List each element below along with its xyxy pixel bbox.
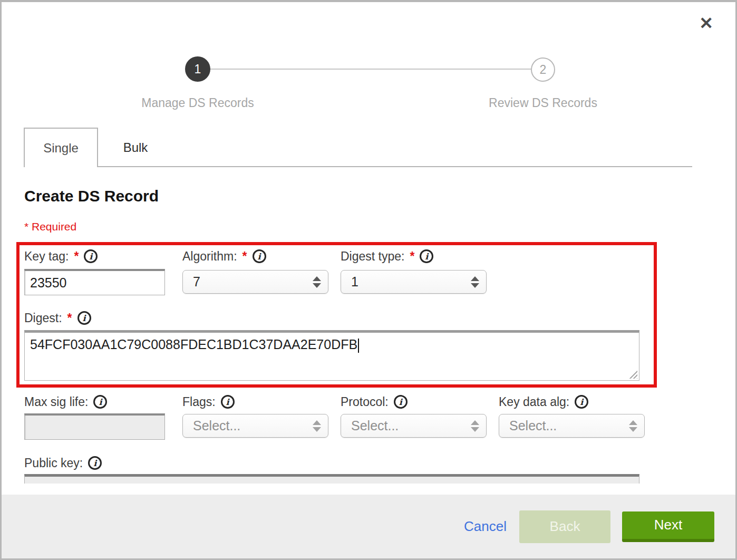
stepper-connector-line	[198, 69, 543, 70]
digest-type-select[interactable]: 1	[341, 270, 487, 294]
close-icon[interactable]: ✕	[699, 15, 713, 32]
text-caret	[358, 339, 359, 353]
flags-value: Select...	[193, 418, 240, 433]
info-icon[interactable]: i	[221, 395, 235, 409]
step-2-circle: 2	[531, 57, 555, 82]
tab-single[interactable]: Single	[24, 128, 98, 167]
key-data-alg-label-text: Key data alg:	[499, 395, 569, 409]
key-data-alg-label: Key data alg: i	[499, 393, 588, 410]
resize-handle-icon[interactable]	[628, 370, 637, 379]
flags-label-text: Flags:	[182, 395, 216, 409]
key-tag-label-text: Key tag:	[24, 249, 69, 264]
page-title: Create DS Record	[24, 187, 159, 205]
cancel-button[interactable]: Cancel	[464, 518, 507, 535]
info-icon[interactable]: i	[253, 249, 266, 263]
digest-label: Digest: * i	[24, 310, 91, 326]
required-asterisk: *	[74, 249, 79, 264]
flags-select[interactable]: Select...	[182, 414, 328, 438]
tab-bulk[interactable]: Bulk	[98, 128, 173, 167]
required-asterisk: *	[243, 249, 247, 264]
info-icon[interactable]: i	[77, 311, 91, 325]
protocol-value: Select...	[351, 418, 399, 433]
step-1-label: Manage DS Records	[103, 96, 293, 110]
tab-bulk-label: Bulk	[123, 140, 148, 155]
protocol-label-text: Protocol:	[341, 395, 389, 409]
digest-label-text: Digest:	[24, 311, 62, 325]
create-ds-record-modal: ✕ 1 2 Manage DS Records Review DS Record…	[0, 0, 737, 560]
next-button-label: Next	[654, 517, 682, 533]
max-sig-life-label: Max sig life: i	[24, 393, 107, 410]
digest-type-label: Digest type: * i	[341, 248, 433, 265]
digest-value: 54FCF030AA1C79C0088FDEC1BD1C37DAA2E70DFB	[30, 337, 357, 352]
select-stepper-icon	[629, 420, 637, 432]
key-tag-input[interactable]: 23550	[24, 269, 165, 295]
protocol-label: Protocol: i	[341, 393, 408, 410]
key-data-alg-value: Select...	[509, 418, 557, 433]
key-tag-value: 23550	[30, 275, 67, 291]
algorithm-value: 7	[193, 274, 200, 289]
step-2-label: Review DS Records	[448, 96, 638, 110]
select-stepper-icon	[313, 420, 321, 432]
step-2-number: 2	[540, 63, 547, 77]
public-key-textarea[interactable]	[24, 474, 639, 484]
required-note: * Required	[24, 220, 76, 233]
info-icon[interactable]: i	[88, 456, 102, 470]
back-button[interactable]: Back	[519, 510, 610, 543]
back-button-label: Back	[550, 518, 580, 535]
step-1-number: 1	[195, 62, 201, 76]
key-tag-label: Key tag: * i	[24, 248, 98, 265]
public-key-label: Public key: i	[24, 455, 102, 471]
required-asterisk: *	[67, 311, 72, 325]
step-1-circle: 1	[185, 56, 210, 82]
modal-footer: Cancel Back Next	[2, 495, 735, 558]
digest-type-label-text: Digest type:	[341, 249, 404, 264]
required-asterisk: *	[410, 249, 414, 264]
max-sig-life-input[interactable]	[24, 413, 165, 440]
select-stepper-icon	[471, 420, 479, 432]
algorithm-label-text: Algorithm:	[182, 249, 237, 264]
tab-single-label: Single	[43, 141, 79, 156]
digest-textarea[interactable]: 54FCF030AA1C79C0088FDEC1BD1C37DAA2E70DFB	[24, 330, 639, 381]
info-icon[interactable]: i	[93, 395, 107, 409]
info-icon[interactable]: i	[575, 395, 588, 409]
next-button[interactable]: Next	[622, 511, 714, 542]
algorithm-label: Algorithm: * i	[182, 248, 266, 265]
info-icon[interactable]: i	[420, 249, 433, 263]
select-stepper-icon	[471, 276, 479, 288]
protocol-select[interactable]: Select...	[341, 414, 487, 438]
tabs-divider	[98, 166, 692, 167]
max-sig-life-label-text: Max sig life:	[24, 395, 88, 409]
key-data-alg-select[interactable]: Select...	[499, 414, 645, 438]
info-icon[interactable]: i	[84, 249, 98, 263]
public-key-label-text: Public key:	[24, 456, 83, 470]
flags-label: Flags: i	[182, 393, 235, 410]
select-stepper-icon	[313, 276, 321, 288]
algorithm-select[interactable]: 7	[182, 270, 328, 294]
info-icon[interactable]: i	[394, 395, 408, 409]
digest-type-value: 1	[351, 274, 358, 289]
